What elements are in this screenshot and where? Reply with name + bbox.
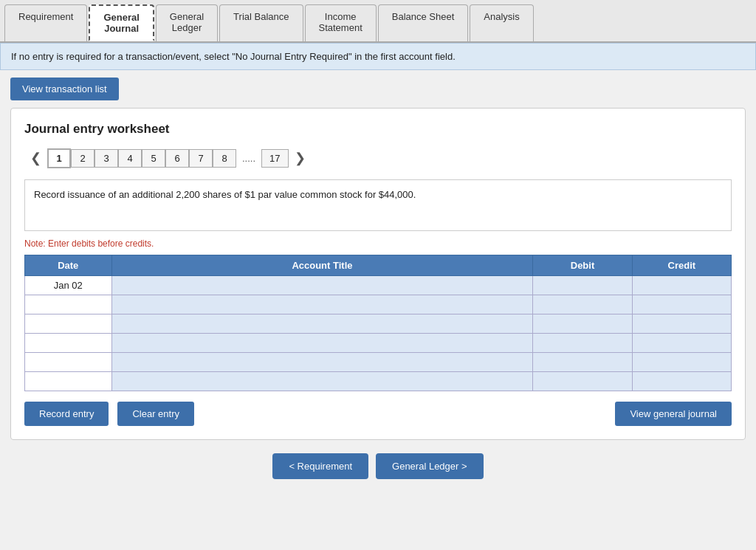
- page-3[interactable]: 3: [94, 149, 118, 168]
- debit-input-2[interactable]: [533, 295, 632, 314]
- table-row: Jan 02: [25, 276, 732, 295]
- tabs-bar: Requirement GeneralJournal GeneralLedger…: [0, 0, 756, 43]
- page-8[interactable]: 8: [213, 149, 236, 168]
- tab-balance-sheet[interactable]: Balance Sheet: [378, 4, 469, 41]
- page-6[interactable]: 6: [165, 149, 189, 168]
- date-cell-6: [25, 372, 112, 391]
- info-bar: If no entry is required for a transactio…: [0, 43, 756, 70]
- prev-nav-button[interactable]: < Requirement: [272, 453, 368, 479]
- table-row: [25, 353, 732, 372]
- tab-general-ledger[interactable]: GeneralLedger: [156, 4, 218, 41]
- table-row: [25, 334, 732, 353]
- date-cell-4: [25, 334, 112, 353]
- page-17[interactable]: 17: [261, 149, 288, 168]
- col-header-debit: Debit: [533, 255, 632, 276]
- page-1[interactable]: 1: [47, 148, 71, 168]
- view-transaction-list-button[interactable]: View transaction list: [10, 78, 119, 100]
- account-input-5[interactable]: [111, 353, 533, 372]
- account-input-3[interactable]: [111, 314, 533, 334]
- journal-table: Date Account Title Debit Credit Jan 02: [24, 255, 732, 391]
- account-input-1[interactable]: [111, 276, 533, 295]
- table-row: [25, 314, 732, 334]
- table-row: [25, 295, 732, 314]
- action-buttons: Record entry Clear entry View general jo…: [24, 402, 732, 426]
- col-header-date: Date: [25, 255, 112, 276]
- note-text: Note: Enter debits before credits.: [24, 238, 732, 249]
- table-row: [25, 372, 732, 391]
- credit-input-5[interactable]: [632, 353, 731, 372]
- account-input-4[interactable]: [111, 334, 533, 353]
- bottom-nav: < Requirement General Ledger >: [0, 453, 756, 479]
- description-box: Record issuance of an additional 2,200 s…: [24, 179, 732, 231]
- col-header-credit: Credit: [632, 255, 731, 276]
- date-cell-3: [25, 314, 112, 334]
- debit-input-5[interactable]: [533, 353, 632, 372]
- tab-analysis[interactable]: Analysis: [470, 4, 533, 41]
- view-general-journal-button[interactable]: View general journal: [615, 402, 732, 426]
- record-entry-button[interactable]: Record entry: [24, 402, 109, 426]
- tab-trial-balance[interactable]: Trial Balance: [219, 4, 303, 41]
- col-header-account: Account Title: [111, 255, 533, 276]
- credit-input-1[interactable]: [632, 276, 731, 295]
- date-cell-5: [25, 353, 112, 372]
- date-cell-1: Jan 02: [25, 276, 112, 295]
- next-nav-button[interactable]: General Ledger >: [376, 453, 484, 479]
- debit-input-3[interactable]: [533, 314, 632, 334]
- debit-input-4[interactable]: [533, 334, 632, 353]
- account-input-2[interactable]: [111, 295, 533, 314]
- tab-general-journal[interactable]: GeneralJournal: [89, 4, 154, 41]
- page-dots: .....: [236, 150, 261, 167]
- page-2[interactable]: 2: [71, 149, 94, 168]
- tab-income-statement[interactable]: IncomeStatement: [305, 4, 377, 41]
- credit-input-2[interactable]: [632, 295, 731, 314]
- page-7[interactable]: 7: [189, 149, 213, 168]
- credit-input-6[interactable]: [632, 372, 731, 391]
- prev-page-arrow[interactable]: ❮: [24, 147, 47, 169]
- next-page-arrow[interactable]: ❯: [289, 147, 312, 169]
- debit-input-6[interactable]: [533, 372, 632, 391]
- clear-entry-button[interactable]: Clear entry: [117, 402, 194, 426]
- page-nav: ❮ 1 2 3 4 5 6 7 8 ..... 17 ❯: [24, 147, 732, 169]
- credit-input-4[interactable]: [632, 334, 731, 353]
- tab-requirement[interactable]: Requirement: [4, 4, 87, 41]
- page-4[interactable]: 4: [118, 149, 142, 168]
- account-input-6[interactable]: [111, 372, 533, 391]
- page-5[interactable]: 5: [142, 149, 165, 168]
- debit-input-1[interactable]: [533, 276, 632, 295]
- worksheet-title: Journal entry worksheet: [24, 122, 732, 137]
- worksheet-card: Journal entry worksheet ❮ 1 2 3 4 5 6 7 …: [10, 108, 746, 440]
- credit-input-3[interactable]: [632, 314, 731, 334]
- date-cell-2: [25, 295, 112, 314]
